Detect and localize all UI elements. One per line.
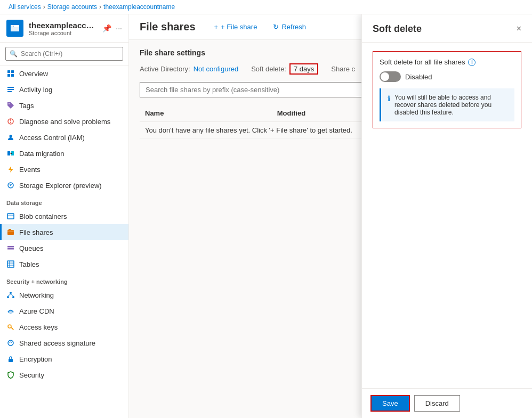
network-icon <box>6 291 15 299</box>
table-icon <box>6 260 15 268</box>
toggle-track[interactable] <box>380 71 401 82</box>
sidebar-item-storage-explorer[interactable]: Storage Explorer (preview) <box>0 177 128 193</box>
discard-button[interactable]: Discard <box>414 395 460 412</box>
svg-point-31 <box>7 296 9 298</box>
breadcrumb-all-services[interactable]: All services <box>9 3 41 11</box>
sidebar-item-file-shares[interactable]: File shares <box>0 224 128 240</box>
sidebar-item-security[interactable]: Security <box>0 367 128 383</box>
content-area: File shares + + File share ↻ Refresh Fil… <box>129 14 532 418</box>
toggle-state-label: Disabled <box>405 73 432 81</box>
security-label: Security <box>19 371 44 379</box>
sidebar-item-events[interactable]: Events <box>0 161 128 177</box>
refresh-button[interactable]: ↻ Refresh <box>267 20 312 34</box>
azure-cdn-label: Azure CDN <box>19 307 54 315</box>
person-icon <box>6 133 15 142</box>
sidebar-item-tags[interactable]: Tags <box>0 97 128 113</box>
page-title: File shares <box>140 21 196 33</box>
svg-point-19 <box>10 185 11 186</box>
blob-containers-label: Blob containers <box>19 212 67 220</box>
sidebar-item-access-control[interactable]: Access Control (IAM) <box>0 129 128 145</box>
more-icon[interactable]: ··· <box>116 24 122 32</box>
sidebar-item-encryption[interactable]: Encryption <box>0 351 128 367</box>
sidebar-item-activity-log[interactable]: Activity log <box>0 81 128 97</box>
access-control-label: Access Control (IAM) <box>19 134 85 142</box>
svg-rect-22 <box>7 230 14 235</box>
svg-point-35 <box>8 311 13 313</box>
svg-point-11 <box>9 103 10 104</box>
sas-icon <box>6 339 15 347</box>
pin-icon[interactable]: 📌 <box>102 24 111 32</box>
panel-body: Soft delete for all file shares i Disabl… <box>362 43 532 388</box>
add-file-share-label: + File share <box>221 23 257 31</box>
soft-delete-for-all-label: Soft delete for all file shares <box>380 58 465 66</box>
info-circle-icon[interactable]: i <box>468 59 475 66</box>
breadcrumb-storage-accounts[interactable]: Storage accounts <box>47 3 97 11</box>
migrate-icon <box>6 149 15 158</box>
file-shares-label: File shares <box>19 228 53 236</box>
encryption-label: Encryption <box>19 355 52 363</box>
sidebar-search-container: 🔍 <box>0 43 128 65</box>
info-message-box: ℹ You will still be able to access and r… <box>380 88 514 121</box>
sidebar-item-networking[interactable]: Networking <box>0 287 128 303</box>
resource-subtitle: Storage account <box>29 30 97 36</box>
svg-rect-5 <box>11 70 14 73</box>
networking-label: Networking <box>19 291 54 299</box>
fileshare-icon <box>6 228 15 236</box>
svg-rect-8 <box>7 87 14 88</box>
svg-rect-10 <box>7 91 12 92</box>
data-storage-section-label: Data storage <box>0 193 128 208</box>
soft-delete-settings-box: Soft delete for all file shares i Disabl… <box>373 51 521 128</box>
sidebar-item-blob-containers[interactable]: Blob containers <box>0 208 128 224</box>
svg-rect-9 <box>7 89 14 90</box>
shield-icon <box>6 371 15 379</box>
svg-rect-16 <box>7 151 10 155</box>
sidebar-item-azure-cdn[interactable]: Azure CDN <box>0 303 128 319</box>
panel-close-button[interactable]: × <box>514 22 523 36</box>
active-directory-label: Active Directory: <box>140 65 190 73</box>
toggle-thumb <box>381 72 389 81</box>
resource-header-icons[interactable]: 📌 ··· <box>102 24 122 32</box>
soft-delete-settings-label: Soft delete: <box>251 65 286 73</box>
file-shares-search[interactable] <box>140 82 364 97</box>
svg-point-32 <box>12 296 14 298</box>
info-text: You will still be able to access and rec… <box>394 94 508 116</box>
sidebar-item-diagnose[interactable]: Diagnose and solve problems <box>0 113 128 129</box>
svg-line-33 <box>8 294 11 296</box>
svg-rect-26 <box>7 261 14 267</box>
search-input[interactable] <box>5 47 123 61</box>
tag-icon <box>6 101 15 110</box>
sidebar-item-queues[interactable]: Queues <box>0 240 128 256</box>
queues-label: Queues <box>19 244 44 252</box>
grid-icon <box>6 69 15 78</box>
svg-rect-25 <box>7 248 14 250</box>
share-cross-label: Share c <box>331 65 355 73</box>
sidebar-nav: Overview Activity log Tags Diagnose and … <box>0 65 128 418</box>
sidebar-item-tables[interactable]: Tables <box>0 256 128 272</box>
soft-delete-toggle[interactable]: Disabled <box>380 71 514 82</box>
security-networking-section-label: Security + networking <box>0 272 128 287</box>
queue-icon <box>6 244 15 252</box>
sidebar-item-data-migration[interactable]: Data migration <box>0 145 128 161</box>
svg-rect-20 <box>7 214 14 219</box>
save-button[interactable]: Save <box>370 395 410 412</box>
sidebar-item-access-keys[interactable]: Access keys <box>0 319 128 335</box>
resource-title: theexampleaccountname <box>29 21 97 30</box>
breadcrumb: All services › Storage accounts › theexa… <box>0 0 532 14</box>
tables-label: Tables <box>19 260 39 268</box>
refresh-icon: ↻ <box>273 23 279 31</box>
data-migration-label: Data migration <box>19 150 65 158</box>
svg-line-34 <box>11 294 13 296</box>
add-file-share-button[interactable]: + + File share <box>208 20 263 34</box>
blob-icon <box>6 212 15 220</box>
svg-rect-4 <box>7 70 10 73</box>
sidebar-item-overview[interactable]: Overview <box>0 65 128 81</box>
svg-point-14 <box>10 122 11 123</box>
svg-rect-6 <box>7 74 10 77</box>
soft-delete-value[interactable]: 7 days <box>289 63 318 75</box>
sidebar-item-shared-access[interactable]: Shared access signature <box>0 335 128 351</box>
svg-point-2 <box>12 26 13 27</box>
panel-footer: Save Discard <box>362 388 532 418</box>
activity-log-label: Activity log <box>19 86 52 94</box>
info-icon: ℹ <box>388 94 390 116</box>
active-directory-value[interactable]: Not configured <box>194 65 239 73</box>
